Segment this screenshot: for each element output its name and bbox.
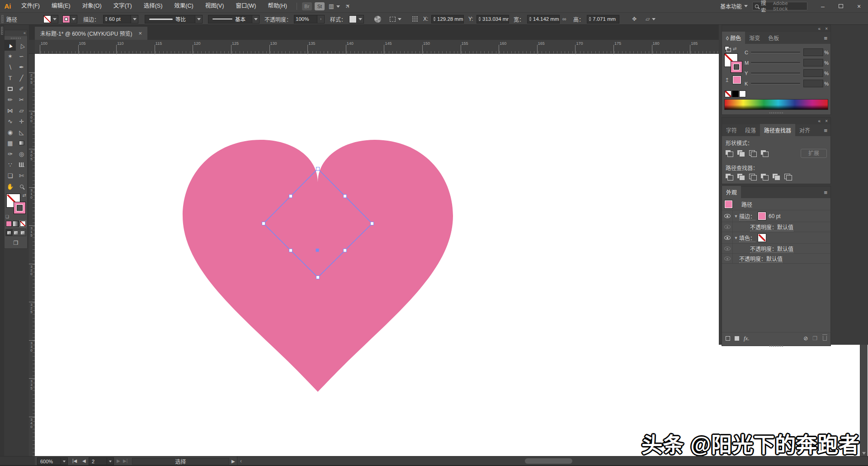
artboard-tool[interactable]: ❏ xyxy=(5,170,16,181)
chevron-down-icon[interactable] xyxy=(252,15,259,24)
selection-handle[interactable] xyxy=(316,167,320,171)
workspace-switcher[interactable]: 基本功能 xyxy=(716,2,752,10)
appearance-fill-opacity-row[interactable]: 不透明度：默认值 xyxy=(722,243,830,253)
panel-grip[interactable] xyxy=(1,13,4,25)
panel-resize-handle[interactable] xyxy=(722,344,830,347)
lasso-tool[interactable]: ∽ xyxy=(16,51,27,62)
arrange-documents-icon[interactable]: ▥ xyxy=(329,3,340,10)
bounding-box-button[interactable]: ✥ xyxy=(632,13,637,25)
scissors-tool[interactable]: ✂ xyxy=(16,94,27,105)
status-text-field[interactable]: 选择 xyxy=(132,458,229,465)
mesh-tool[interactable]: ▦ xyxy=(5,138,16,148)
minimize-button[interactable]: – xyxy=(814,0,832,12)
stock-button[interactable]: St xyxy=(315,2,325,10)
stroke-swatch[interactable] xyxy=(14,202,26,214)
magic-wand-tool[interactable]: ✶ xyxy=(5,51,16,62)
opacity-field[interactable]: 100% › xyxy=(294,13,325,25)
pathfinder-divide-button[interactable] xyxy=(726,174,733,181)
variable-width-profile-dropdown[interactable]: 等比 xyxy=(145,13,203,25)
channel-slider[interactable] xyxy=(751,62,800,63)
zoom-level-dropdown[interactable]: 600% xyxy=(37,457,68,465)
chevron-down-icon[interactable] xyxy=(357,15,364,24)
black-swatch[interactable] xyxy=(732,90,739,97)
direct-selection-tool[interactable]: △ xyxy=(16,40,27,51)
eyedropper-tool[interactable]: ✑ xyxy=(5,148,16,159)
visibility-eye-icon[interactable] xyxy=(724,225,731,229)
column-graph-tool[interactable] xyxy=(16,159,27,170)
none-swatch[interactable] xyxy=(725,90,731,97)
pencil-tool[interactable]: ✏ xyxy=(5,94,16,105)
close-panel-icon[interactable]: × xyxy=(825,26,828,31)
tab-character[interactable]: 字符 xyxy=(722,124,741,136)
tab-appearance[interactable]: 外观 xyxy=(722,186,741,198)
gradient-tool[interactable] xyxy=(16,138,27,148)
perspective-grid-tool[interactable]: ◺ xyxy=(16,127,27,138)
symbol-sprayer-tool[interactable]: ∵ xyxy=(5,159,16,170)
stroke-proxy-pink[interactable] xyxy=(731,61,742,73)
close-panel-icon[interactable]: × xyxy=(825,119,828,124)
stroke-color-swatch[interactable] xyxy=(758,212,766,220)
fill-color-swatch[interactable] xyxy=(43,13,58,25)
next-artboard-button[interactable]: ▶ xyxy=(117,458,120,463)
selection-handle[interactable] xyxy=(344,195,347,198)
align-flyout[interactable] xyxy=(390,13,401,25)
pathfinder-trim-button[interactable] xyxy=(737,174,745,181)
slice-tool[interactable]: ✄ xyxy=(16,170,27,181)
artboard-navigation-field[interactable]: 2 xyxy=(89,457,114,465)
chevron-down-icon[interactable] xyxy=(70,15,77,24)
tab-gradient[interactable]: 渐变 xyxy=(745,32,764,44)
pen-tool[interactable]: ✒ xyxy=(16,62,27,72)
last-color-swatch[interactable] xyxy=(733,76,741,84)
visibility-eye-icon[interactable] xyxy=(724,236,731,240)
color-button[interactable] xyxy=(6,221,12,227)
visibility-eye-icon[interactable] xyxy=(724,214,731,218)
channel-value-field[interactable] xyxy=(803,59,823,67)
first-artboard-button[interactable]: |◀ xyxy=(72,458,77,463)
line-segment-tool[interactable]: ╱ xyxy=(16,72,27,83)
stepper-icon[interactable] xyxy=(529,17,532,21)
width-tool[interactable]: ∿ xyxy=(5,116,16,127)
draw-behind-button[interactable] xyxy=(13,229,19,236)
selection-center-point[interactable] xyxy=(316,249,319,252)
maximize-button[interactable] xyxy=(832,0,850,12)
y-position-field[interactable]: 313.034 mm xyxy=(476,13,509,25)
duplicate-item-icon[interactable]: ❐ xyxy=(812,335,817,342)
reference-point-locator[interactable] xyxy=(412,13,418,25)
stepper-icon[interactable] xyxy=(433,17,436,21)
swap-fill-stroke-icon[interactable]: ⇄ xyxy=(23,193,26,198)
selection-handle[interactable] xyxy=(289,249,292,252)
appearance-path-row[interactable]: 路径 xyxy=(722,198,830,210)
channel-value-field[interactable] xyxy=(803,69,823,77)
tab-pathfinder[interactable]: 路径查找器 xyxy=(760,124,795,136)
panel-menu-icon[interactable]: ≡ xyxy=(821,35,830,44)
menu-item-2[interactable]: 对象(O) xyxy=(76,0,108,12)
appearance-fill-row[interactable]: ▼ 填色： xyxy=(722,232,830,243)
menu-item-4[interactable]: 选择(S) xyxy=(138,0,169,12)
selection-handle[interactable] xyxy=(289,195,292,198)
puppet-warp-tool[interactable]: ✛ xyxy=(16,116,27,127)
scroll-left-icon[interactable]: ‹ xyxy=(240,458,242,464)
hand-tool[interactable]: ✋ xyxy=(5,181,16,192)
chevron-down-icon[interactable] xyxy=(61,458,67,465)
shape-mode-unite-button[interactable] xyxy=(726,150,733,157)
fill-color-swatch[interactable] xyxy=(758,234,766,242)
panel-menu-icon[interactable]: ≡ xyxy=(821,189,830,198)
rectangle-tool[interactable] xyxy=(5,83,16,94)
chevron-down-icon[interactable] xyxy=(131,15,138,24)
color-spectrum-bar[interactable] xyxy=(724,99,828,110)
toolbar-grip[interactable] xyxy=(5,36,27,40)
gradient-button[interactable] xyxy=(13,221,19,227)
stepper-icon[interactable] xyxy=(478,17,481,21)
draw-normal-button[interactable] xyxy=(6,229,13,236)
constrain-proportions-toggle[interactable]: ∞ xyxy=(562,13,566,25)
toolbar-collapse-button[interactable]: « xyxy=(5,30,27,36)
menu-item-1[interactable]: 编辑(E) xyxy=(46,0,76,12)
recolor-artwork-button[interactable] xyxy=(374,13,381,25)
stroke-color-swatch[interactable] xyxy=(62,13,77,25)
pathfinder-minus-back-button[interactable] xyxy=(784,174,792,181)
panel-menu-icon[interactable]: ≡ xyxy=(821,127,830,136)
height-field[interactable]: 7.071 mm xyxy=(587,13,619,25)
close-button[interactable]: × xyxy=(850,0,868,12)
tab-align[interactable]: 对齐 xyxy=(795,124,814,136)
selection-handle[interactable] xyxy=(316,276,320,279)
